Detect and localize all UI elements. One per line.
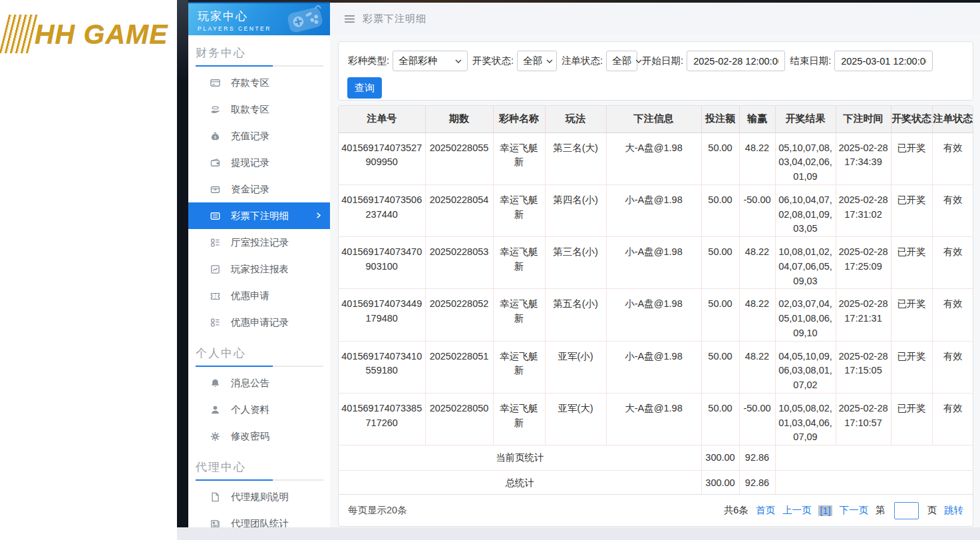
table-cell: 小-A盘@1.98 (606, 184, 701, 236)
order-status-label: 注单状态: (562, 55, 603, 67)
deposit-card-icon (209, 77, 221, 89)
jump-link[interactable]: 跳转 (944, 504, 963, 517)
table-cell: 50.00 (701, 289, 739, 341)
sidebar-item-money-bag[interactable]: $充值记录 (188, 123, 330, 149)
news-icon (209, 517, 221, 527)
table-cell: 401569174073470903100 (339, 237, 425, 289)
jump-label-prefix: 第 (876, 504, 886, 517)
current-page-summary-row: 当前页统计300.0092.86 (339, 445, 973, 471)
sidebar-item-label: 消息公告 (231, 377, 269, 390)
sidebar-item-label: 玩家投注报表 (231, 263, 289, 276)
logo-panel: HH GAME (0, 0, 177, 540)
summary-label: 总统计 (339, 471, 701, 496)
total-summary-row: 总统计300.0092.86 (339, 471, 973, 496)
table-cell: 小-A盘@1.98 (606, 289, 701, 341)
logo-stripes-decoration (0, 15, 38, 53)
sidebar-item-purse[interactable]: 资金记录 (188, 176, 330, 202)
wallet-icon (209, 156, 221, 168)
money-bag-icon: $ (209, 130, 221, 142)
order-status-select[interactable]: 全部 (606, 51, 637, 71)
search-button[interactable]: 查询 (347, 77, 382, 99)
gamepad-icon (283, 3, 328, 35)
table-cell: 50.00 (701, 133, 739, 184)
table-cell: 第三名(大) (545, 133, 606, 184)
sidebar-item-coupon-list[interactable]: 优惠申请记录 (188, 309, 330, 336)
sidebar-item-gear[interactable]: 修改密码 (188, 423, 330, 449)
table-cell: 亚军(小) (545, 341, 606, 393)
summary-label: 当前页统计 (339, 445, 701, 471)
column-header: 下注信息 (606, 106, 701, 133)
bell-icon (209, 377, 221, 389)
table-cell: 10,05,08,02,01,03,04,06,07,09 (775, 393, 836, 445)
sidebar-item-room-list[interactable]: 厅室投注记录 (188, 229, 330, 256)
draw-status-select[interactable]: 全部 (517, 51, 557, 71)
table-cell: 10,08,01,02,04,07,06,05,09,03 (775, 237, 836, 289)
table-cell: 幸运飞艇新 (493, 133, 545, 184)
prev-page-link[interactable]: 上一页 (782, 504, 812, 517)
column-header: 注单号 (339, 106, 425, 133)
first-page-link[interactable]: 首页 (756, 504, 775, 517)
sidebar: 玩家中心 PLAYERS CENTER 财务中心存款专区取款专区$充值记录提现记… (188, 2, 330, 527)
lottery-type-value: 全部彩种 (399, 55, 437, 67)
sidebar-item-document[interactable]: 代理规则说明 (188, 483, 330, 510)
sidebar-item-wallet[interactable]: 提现记录 (188, 149, 330, 176)
page-jump-input[interactable] (894, 502, 919, 519)
table-cell: 第四名(小) (545, 184, 606, 236)
table-row: 40156917407341055918020250228051幸运飞艇新亚军(… (339, 341, 973, 393)
table-row: 40156917407347090310020250228053幸运飞艇新第三名… (339, 237, 973, 289)
page-size-text: 每页显示20条 (348, 504, 407, 517)
filter-panel: 彩种类型: 全部彩种 开奖状态: 全部 注单状态: 全部 开始日期: 结束日期:… (338, 41, 973, 101)
table-cell: 401569174073410559180 (339, 341, 425, 393)
table-cell: 大-A盘@1.98 (606, 133, 701, 184)
draw-status-label: 开奖状态: (472, 55, 514, 67)
table-cell: 20250228054 (425, 184, 493, 236)
column-header: 输赢 (739, 106, 775, 133)
sidebar-item-label: 彩票下注明细 (231, 210, 289, 222)
sidebar-item-coupon[interactable]: 优惠申请 (188, 282, 330, 309)
table-row: 40156917407344917948020250228052幸运飞艇新第五名… (339, 289, 973, 341)
sidebar-item-news[interactable]: 代理团队统计 (188, 510, 330, 527)
end-date-input[interactable] (834, 51, 933, 71)
summary-bet-total: 300.00 (701, 445, 739, 471)
sidebar-section-title: 代理中心 (196, 459, 330, 475)
table-cell: 2025-02-28 17:15:05 (836, 341, 891, 393)
logo-text: HH GAME (35, 19, 168, 50)
table-cell: 48.22 (739, 289, 775, 341)
sidebar-item-bell[interactable]: 消息公告 (188, 370, 330, 396)
draw-status-value: 全部 (523, 55, 542, 67)
table-cell: 小-A盘@1.98 (606, 341, 701, 393)
person-icon (209, 404, 221, 415)
sidebar-item-person[interactable]: 个人资料 (188, 396, 330, 423)
table-cell: 第三名(小) (545, 237, 606, 289)
table-cell: 02,03,07,04,05,01,08,06,09,10 (775, 289, 836, 341)
chevron-down-icon (546, 59, 553, 63)
end-date-label: 结束日期: (790, 55, 831, 67)
page-title: 彩票下注明细 (363, 13, 426, 25)
table-cell: 50.00 (701, 237, 739, 289)
table-cell: 已开奖 (891, 393, 932, 445)
column-header: 开奖结果 (775, 106, 836, 133)
next-page-link[interactable]: 下一页 (840, 504, 869, 517)
table-cell: 已开奖 (891, 237, 932, 289)
sidebar-item-label: 存款专区 (231, 77, 269, 89)
table-cell: 已开奖 (891, 341, 932, 393)
table-cell: 幸运飞艇新 (493, 393, 545, 445)
start-date-input[interactable] (687, 51, 785, 71)
lottery-type-select[interactable]: 全部彩种 (393, 51, 468, 71)
table-cell: 已开奖 (891, 289, 932, 341)
hamburger-menu-icon[interactable] (344, 15, 355, 23)
sidebar-item-bet-list[interactable]: 彩票下注明细 (188, 202, 330, 229)
table-cell: 2025-02-28 17:25:09 (836, 237, 891, 289)
sidebar-item-deposit-card[interactable]: 存款专区 (188, 69, 330, 96)
sidebar-item-report-chart[interactable]: 玩家投注报表 (188, 256, 330, 282)
sidebar-item-withdraw-hand[interactable]: 取款专区 (188, 96, 330, 123)
sidebar-header: 玩家中心 PLAYERS CENTER (188, 2, 330, 35)
breadcrumb-bar: 彩票下注明细 (330, 3, 980, 35)
column-header: 下注时间 (836, 106, 891, 133)
current-page-indicator[interactable]: [1] (818, 505, 832, 516)
table-cell: 大-A盘@1.98 (606, 393, 701, 445)
bet-table: 注单号期数彩种名称玩法下注信息投注额输赢开奖结果下注时间开奖状态注单状态 401… (339, 106, 973, 496)
section-underline (196, 479, 323, 481)
withdraw-hand-icon (209, 103, 221, 115)
sidebar-item-label: 优惠申请记录 (231, 316, 289, 329)
